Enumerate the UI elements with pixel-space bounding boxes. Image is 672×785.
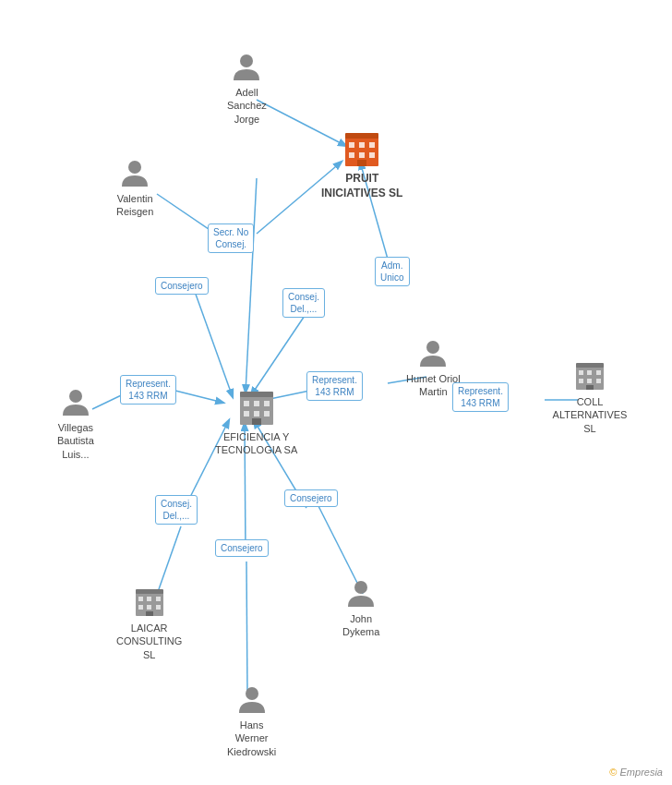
badge-consejero-hans-label: Consejero <box>215 539 269 557</box>
john-label: JohnDykema <box>342 612 379 639</box>
pruit-label: PRUITINICIATIVES SL <box>321 172 402 200</box>
badge-adm-unico-label: Adm.Unico <box>375 257 410 286</box>
building-icon-coll <box>573 360 606 393</box>
svg-point-56 <box>128 161 141 174</box>
svg-rect-39 <box>579 370 583 375</box>
villegas-label: VillegasBautistaLuis... <box>57 421 94 461</box>
badge-represent-humet[interactable]: Represent.143 RRM <box>306 371 363 401</box>
badge-consejero-john[interactable]: Consejero <box>284 489 338 507</box>
valentin-label: ValentinReisgen <box>116 192 153 219</box>
svg-point-55 <box>240 54 253 67</box>
person-icon-humet <box>416 337 450 370</box>
svg-point-58 <box>69 390 82 403</box>
watermark: © Empresia <box>609 767 663 778</box>
svg-rect-36 <box>252 418 261 425</box>
badge-consej-del-top[interactable]: Consej.Del.,... <box>282 288 325 318</box>
badge-consej-del-bottom[interactable]: Consej.Del.,... <box>155 495 198 525</box>
watermark-copy: © <box>609 767 617 778</box>
svg-line-18 <box>246 562 247 694</box>
badge-represent-villegas-label: Represent.143 RRM <box>120 375 176 405</box>
svg-point-57 <box>426 341 439 354</box>
building-icon-eficiencia <box>236 388 277 429</box>
svg-rect-27 <box>357 160 366 166</box>
svg-rect-50 <box>156 597 161 601</box>
svg-rect-45 <box>586 385 594 390</box>
badge-represent-villegas[interactable]: Represent.143 RRM <box>120 375 176 405</box>
svg-rect-38 <box>576 363 604 368</box>
svg-rect-33 <box>244 411 249 417</box>
svg-rect-54 <box>146 611 153 616</box>
node-pruit[interactable]: PRUITINICIATIVES SL <box>321 129 402 200</box>
person-icon-valentin <box>118 157 151 190</box>
svg-rect-22 <box>359 142 365 148</box>
svg-rect-51 <box>138 605 143 610</box>
diagram: PRUITINICIATIVES SL EFICIENCIA YTECNOLOG… <box>0 0 672 785</box>
svg-rect-53 <box>156 605 161 610</box>
node-laicar[interactable]: LAICARCONSULTINGSL <box>116 586 182 661</box>
svg-rect-41 <box>596 370 601 375</box>
svg-rect-32 <box>264 401 270 406</box>
hans-label: HansWernerKiedrowski <box>227 719 276 758</box>
badge-consej-del-top-label: Consej.Del.,... <box>282 288 325 318</box>
badge-secr-no-consej[interactable]: Secr. NoConsej. <box>208 223 254 253</box>
node-eficiencia[interactable]: EFICIENCIA YTECNOLOGIA SA <box>215 388 297 457</box>
svg-line-3 <box>194 289 233 397</box>
svg-rect-42 <box>579 379 583 383</box>
svg-rect-30 <box>244 401 249 406</box>
svg-rect-24 <box>349 152 354 158</box>
svg-rect-25 <box>359 152 365 158</box>
svg-rect-47 <box>136 589 163 594</box>
svg-rect-31 <box>254 401 259 406</box>
node-hans[interactable]: HansWernerKiedrowski <box>227 683 276 758</box>
svg-rect-43 <box>587 379 592 383</box>
node-villegas[interactable]: VillegasBautistaLuis... <box>57 386 94 461</box>
person-icon-john <box>344 577 378 610</box>
svg-rect-23 <box>369 142 375 148</box>
svg-rect-48 <box>138 597 143 601</box>
svg-rect-49 <box>147 597 151 601</box>
badge-secr-label: Secr. NoConsej. <box>208 223 254 253</box>
building-icon-laicar <box>133 586 166 620</box>
person-icon-villegas <box>59 386 92 419</box>
badge-represent-humet-label: Represent.143 RRM <box>306 371 363 401</box>
svg-line-4 <box>251 308 310 395</box>
svg-rect-26 <box>369 152 375 158</box>
svg-rect-34 <box>254 411 259 417</box>
badge-consej-del-bottom-label: Consej.Del.,... <box>155 495 198 525</box>
svg-point-60 <box>246 687 258 700</box>
badge-consejero-valentin[interactable]: Consejero <box>155 277 209 295</box>
badge-represent-coll-label: Represent.143 RRM <box>452 382 509 412</box>
badge-consejero-hans[interactable]: Consejero <box>215 539 269 557</box>
person-icon-adell <box>230 51 263 84</box>
person-icon-hans <box>235 683 269 717</box>
badge-represent-coll[interactable]: Represent.143 RRM <box>452 382 509 412</box>
svg-rect-35 <box>264 411 270 417</box>
svg-rect-20 <box>345 133 378 139</box>
laicar-label: LAICARCONSULTINGSL <box>116 622 182 661</box>
node-adell[interactable]: AdellSanchezJorge <box>227 51 267 126</box>
badge-consejero-john-label: Consejero <box>284 489 338 507</box>
svg-line-12 <box>246 178 257 392</box>
eficiencia-label: EFICIENCIA YTECNOLOGIA SA <box>215 430 297 457</box>
svg-rect-52 <box>147 605 151 610</box>
coll-label: COLLALTERNATIVES SL <box>548 395 631 435</box>
svg-point-59 <box>354 581 367 594</box>
svg-rect-21 <box>349 142 354 148</box>
svg-rect-44 <box>596 379 601 383</box>
adell-label: AdellSanchezJorge <box>227 86 267 126</box>
node-john[interactable]: JohnDykema <box>342 577 379 639</box>
node-coll[interactable]: COLLALTERNATIVES SL <box>548 360 631 435</box>
svg-rect-29 <box>240 392 273 397</box>
node-valentin[interactable]: ValentinReisgen <box>116 157 153 219</box>
svg-rect-40 <box>587 370 592 375</box>
watermark-brand: Empresia <box>620 767 663 778</box>
building-icon-pruit <box>342 129 382 170</box>
badge-adm-unico[interactable]: Adm.Unico <box>375 257 410 286</box>
badge-consejero-valentin-label: Consejero <box>155 277 209 295</box>
